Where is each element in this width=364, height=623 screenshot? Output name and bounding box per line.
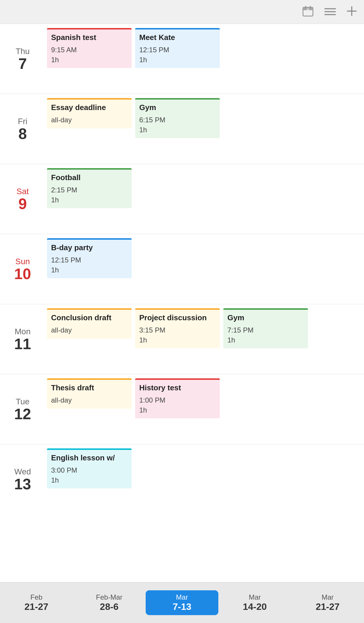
day-number-sat9: 9 bbox=[18, 196, 27, 211]
day-name-thu7: Thu bbox=[15, 47, 29, 56]
events-area-thu7: Spanish test9:15 AM1hMeet Kate12:15 PM1h bbox=[45, 24, 364, 94]
day-label-fri8: Fri8 bbox=[0, 94, 45, 164]
event-time-e6: 12:15 PM1h bbox=[51, 255, 128, 275]
event-time-e4: 6:15 PM1h bbox=[139, 115, 216, 135]
day-name-fri8: Fri bbox=[18, 117, 27, 126]
event-title-e6: B-day party bbox=[51, 243, 128, 252]
events-area-tue12: Thesis draftall-dayHistory test1:00 PM1h bbox=[45, 374, 364, 444]
event-time-e9: 7:15 PM1h bbox=[227, 325, 304, 345]
event-card-e12[interactable]: English lesson w/3:00 PM1h bbox=[47, 448, 132, 488]
day-name-wed13: Wed bbox=[14, 467, 31, 476]
calendar-body: Thu7Spanish test9:15 AM1hMeet Kate12:15 … bbox=[0, 24, 364, 582]
nav-label-bottom-nav3: 7-13 bbox=[173, 601, 191, 612]
event-title-e8: Project discussion bbox=[139, 313, 216, 322]
nav-label-top-nav4: Mar bbox=[249, 593, 261, 601]
day-name-sun10: Sun bbox=[15, 257, 30, 266]
event-title-e11: History test bbox=[139, 383, 216, 392]
nav-item-nav5[interactable]: Mar21-27 bbox=[291, 590, 364, 615]
day-number-fri8: 8 bbox=[18, 126, 27, 141]
event-time-e3: all-day bbox=[51, 115, 128, 125]
day-name-mon11: Mon bbox=[15, 327, 30, 336]
event-title-e7: Conclusion draft bbox=[51, 313, 128, 322]
event-time-e1: 9:15 AM1h bbox=[51, 45, 128, 65]
event-card-e3[interactable]: Essay deadlineall-day bbox=[47, 98, 132, 128]
day-row-sun10: Sun10B-day party12:15 PM1h bbox=[0, 234, 364, 304]
nav-label-bottom-nav5: 21-27 bbox=[316, 601, 339, 612]
event-title-e4: Gym bbox=[139, 103, 216, 112]
event-card-e10[interactable]: Thesis draftall-day bbox=[47, 378, 132, 409]
day-label-wed13: Wed13 bbox=[0, 444, 45, 514]
day-row-fri8: Fri8Essay deadlineall-dayGym6:15 PM1h bbox=[0, 94, 364, 164]
event-title-e9: Gym bbox=[227, 313, 304, 322]
bottom-nav: Feb21-27Feb-Mar28-6Mar7-13Mar14-20Mar21-… bbox=[0, 582, 364, 623]
event-card-e9[interactable]: Gym7:15 PM1h bbox=[223, 308, 308, 348]
nav-label-bottom-nav1: 21-27 bbox=[25, 601, 48, 612]
event-title-e3: Essay deadline bbox=[51, 103, 128, 112]
nav-item-nav3[interactable]: Mar7-13 bbox=[146, 590, 218, 615]
nav-label-bottom-nav2: 28-6 bbox=[100, 601, 119, 612]
event-card-e4[interactable]: Gym6:15 PM1h bbox=[135, 98, 220, 138]
nav-item-nav4[interactable]: Mar14-20 bbox=[218, 590, 291, 615]
calendar-icon[interactable]: 31 bbox=[302, 5, 314, 20]
svg-text:31: 31 bbox=[306, 8, 310, 11]
event-time-e7: all-day bbox=[51, 325, 128, 335]
event-card-e11[interactable]: History test1:00 PM1h bbox=[135, 378, 220, 418]
day-label-thu7: Thu7 bbox=[0, 24, 45, 94]
header-icons: 31 bbox=[302, 5, 357, 20]
calendar-header: 31 bbox=[0, 0, 364, 24]
day-label-tue12: Tue12 bbox=[0, 374, 45, 444]
event-time-e5: 2:15 PM1h bbox=[51, 185, 128, 205]
event-time-e2: 12:15 PM1h bbox=[139, 45, 216, 65]
nav-label-top-nav3: Mar bbox=[176, 593, 188, 601]
events-area-sun10: B-day party12:15 PM1h bbox=[45, 234, 364, 304]
day-label-sat9: Sat9 bbox=[0, 164, 45, 234]
day-number-wed13: 13 bbox=[14, 476, 31, 492]
day-number-tue12: 12 bbox=[14, 406, 31, 422]
nav-label-top-nav5: Mar bbox=[322, 593, 334, 601]
event-card-e1[interactable]: Spanish test9:15 AM1h bbox=[47, 28, 132, 68]
nav-item-nav1[interactable]: Feb21-27 bbox=[0, 590, 73, 615]
events-area-fri8: Essay deadlineall-dayGym6:15 PM1h bbox=[45, 94, 364, 164]
event-time-e8: 3:15 PM1h bbox=[139, 325, 216, 345]
day-row-sat9: Sat9Football2:15 PM1h bbox=[0, 164, 364, 234]
day-row-tue12: Tue12Thesis draftall-dayHistory test1:00… bbox=[0, 374, 364, 444]
event-time-e10: all-day bbox=[51, 395, 128, 405]
day-number-sun10: 10 bbox=[14, 266, 31, 281]
day-name-tue12: Tue bbox=[16, 397, 29, 406]
event-card-e2[interactable]: Meet Kate12:15 PM1h bbox=[135, 28, 220, 68]
nav-label-bottom-nav4: 14-20 bbox=[243, 601, 267, 612]
events-area-mon11: Conclusion draftall-dayProject discussio… bbox=[45, 304, 364, 374]
nav-label-top-nav2: Feb-Mar bbox=[96, 593, 123, 601]
event-time-e11: 1:00 PM1h bbox=[139, 395, 216, 415]
day-number-mon11: 11 bbox=[14, 336, 31, 351]
day-number-thu7: 7 bbox=[18, 56, 27, 71]
nav-item-nav2[interactable]: Feb-Mar28-6 bbox=[73, 590, 145, 615]
event-title-e2: Meet Kate bbox=[139, 33, 216, 42]
event-card-e6[interactable]: B-day party12:15 PM1h bbox=[47, 238, 132, 278]
menu-icon[interactable] bbox=[324, 6, 336, 19]
event-time-e12: 3:00 PM1h bbox=[51, 465, 128, 485]
events-area-wed13: English lesson w/3:00 PM1h bbox=[45, 444, 364, 514]
add-icon[interactable] bbox=[346, 6, 357, 19]
event-title-e12: English lesson w/ bbox=[51, 453, 128, 462]
event-title-e1: Spanish test bbox=[51, 33, 128, 42]
events-area-sat9: Football2:15 PM1h bbox=[45, 164, 364, 234]
nav-label-top-nav1: Feb bbox=[30, 593, 42, 601]
day-row-wed13: Wed13English lesson w/3:00 PM1h bbox=[0, 444, 364, 514]
event-card-e5[interactable]: Football2:15 PM1h bbox=[47, 168, 132, 208]
day-label-sun10: Sun10 bbox=[0, 234, 45, 304]
day-name-sat9: Sat bbox=[16, 187, 29, 196]
day-label-mon11: Mon11 bbox=[0, 304, 45, 374]
event-title-e10: Thesis draft bbox=[51, 383, 128, 392]
event-title-e5: Football bbox=[51, 173, 128, 182]
day-row-thu7: Thu7Spanish test9:15 AM1hMeet Kate12:15 … bbox=[0, 24, 364, 94]
day-row-mon11: Mon11Conclusion draftall-dayProject disc… bbox=[0, 304, 364, 374]
event-card-e7[interactable]: Conclusion draftall-day bbox=[47, 308, 132, 339]
event-card-e8[interactable]: Project discussion3:15 PM1h bbox=[135, 308, 220, 348]
